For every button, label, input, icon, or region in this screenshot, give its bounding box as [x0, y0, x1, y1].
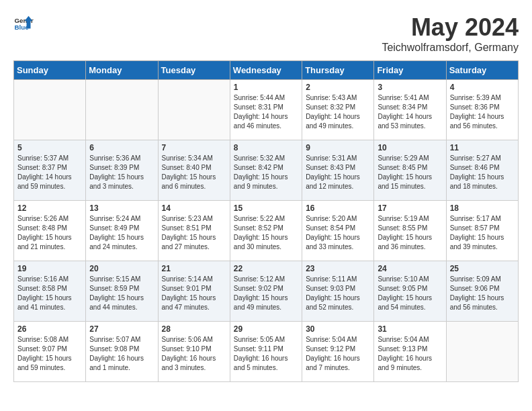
day-number: 6: [89, 143, 154, 152]
calendar-cell: 24Sunrise: 5:10 AMSunset: 9:05 PMDayligh…: [374, 261, 446, 322]
calendar-cell: [86, 80, 158, 140]
calendar-cell: 18Sunrise: 5:17 AMSunset: 8:57 PMDayligh…: [446, 201, 518, 261]
day-info: Sunrise: 5:32 AMSunset: 8:42 PMDaylight:…: [234, 154, 298, 191]
day-number: 9: [306, 143, 370, 152]
day-info: Sunrise: 5:11 AMSunset: 9:03 PMDaylight:…: [306, 275, 370, 312]
calendar-cell: 23Sunrise: 5:11 AMSunset: 9:03 PMDayligh…: [302, 261, 374, 322]
day-info: Sunrise: 5:36 AMSunset: 8:39 PMDaylight:…: [89, 154, 154, 191]
day-number: 7: [162, 143, 226, 152]
day-number: 12: [17, 203, 82, 213]
day-number: 13: [89, 203, 154, 213]
title-block: May 2024 Teichwolframsdorf, Germany: [382, 13, 519, 54]
day-info: Sunrise: 5:19 AMSunset: 8:55 PMDaylight:…: [378, 214, 442, 252]
day-number: 19: [17, 264, 82, 273]
calendar-cell: 31Sunrise: 5:04 AMSunset: 9:13 PMDayligh…: [374, 322, 446, 382]
day-number: 5: [17, 143, 82, 152]
day-number: 4: [450, 83, 515, 92]
calendar-cell: 3Sunrise: 5:41 AMSunset: 8:34 PMDaylight…: [374, 80, 446, 140]
day-info: Sunrise: 5:41 AMSunset: 8:34 PMDaylight:…: [378, 93, 442, 131]
day-number: 17: [378, 203, 442, 213]
day-info: Sunrise: 5:12 AMSunset: 9:02 PMDaylight:…: [234, 275, 298, 312]
month-year-title: May 2024: [382, 13, 519, 42]
day-number: 8: [234, 143, 298, 152]
day-number: 1: [234, 83, 298, 92]
calendar-cell: 10Sunrise: 5:29 AMSunset: 8:45 PMDayligh…: [374, 140, 446, 201]
calendar-cell: 27Sunrise: 5:07 AMSunset: 9:08 PMDayligh…: [86, 322, 158, 382]
day-info: Sunrise: 5:39 AMSunset: 8:36 PMDaylight:…: [450, 93, 515, 131]
day-info: Sunrise: 5:44 AMSunset: 8:31 PMDaylight:…: [234, 93, 298, 131]
day-info: Sunrise: 5:04 AMSunset: 9:13 PMDaylight:…: [378, 335, 442, 373]
weekday-header-friday: Friday: [374, 61, 446, 80]
day-info: Sunrise: 5:31 AMSunset: 8:43 PMDaylight:…: [306, 154, 370, 191]
calendar-cell: 9Sunrise: 5:31 AMSunset: 8:43 PMDaylight…: [302, 140, 374, 201]
weekday-header-thursday: Thursday: [302, 61, 374, 80]
calendar-cell: 21Sunrise: 5:14 AMSunset: 9:01 PMDayligh…: [158, 261, 230, 322]
calendar-week-row: 19Sunrise: 5:16 AMSunset: 8:58 PMDayligh…: [14, 261, 519, 322]
day-info: Sunrise: 5:43 AMSunset: 8:32 PMDaylight:…: [306, 93, 370, 131]
day-info: Sunrise: 5:05 AMSunset: 9:11 PMDaylight:…: [234, 335, 298, 373]
day-info: Sunrise: 5:15 AMSunset: 8:59 PMDaylight:…: [89, 275, 154, 312]
day-number: 14: [162, 203, 226, 213]
day-number: 23: [306, 264, 370, 273]
calendar-cell: [14, 80, 86, 140]
page-header: General Blue May 2024 Teichwolframsdorf,…: [13, 13, 519, 54]
day-info: Sunrise: 5:24 AMSunset: 8:49 PMDaylight:…: [89, 214, 154, 252]
calendar-cell: 12Sunrise: 5:26 AMSunset: 8:48 PMDayligh…: [14, 201, 86, 261]
calendar-cell: 26Sunrise: 5:08 AMSunset: 9:07 PMDayligh…: [14, 322, 86, 382]
calendar-cell: 5Sunrise: 5:37 AMSunset: 8:37 PMDaylight…: [14, 140, 86, 201]
location-subtitle: Teichwolframsdorf, Germany: [382, 42, 519, 54]
calendar-cell: 14Sunrise: 5:23 AMSunset: 8:51 PMDayligh…: [158, 201, 230, 261]
day-number: 26: [17, 324, 82, 334]
day-number: 31: [378, 324, 442, 334]
day-info: Sunrise: 5:20 AMSunset: 8:54 PMDaylight:…: [306, 214, 370, 252]
calendar-table: SundayMondayTuesdayWednesdayThursdayFrid…: [13, 60, 519, 382]
day-number: 22: [234, 264, 298, 273]
calendar-cell: 15Sunrise: 5:22 AMSunset: 8:52 PMDayligh…: [230, 201, 302, 261]
day-number: 3: [378, 83, 442, 92]
calendar-cell: 19Sunrise: 5:16 AMSunset: 8:58 PMDayligh…: [14, 261, 86, 322]
calendar-cell: 22Sunrise: 5:12 AMSunset: 9:02 PMDayligh…: [230, 261, 302, 322]
calendar-week-row: 1Sunrise: 5:44 AMSunset: 8:31 PMDaylight…: [14, 80, 519, 140]
calendar-cell: 16Sunrise: 5:20 AMSunset: 8:54 PMDayligh…: [302, 201, 374, 261]
day-info: Sunrise: 5:09 AMSunset: 9:06 PMDaylight:…: [450, 275, 515, 312]
day-info: Sunrise: 5:23 AMSunset: 8:51 PMDaylight:…: [162, 214, 226, 252]
calendar-cell: 7Sunrise: 5:34 AMSunset: 8:40 PMDaylight…: [158, 140, 230, 201]
calendar-cell: 6Sunrise: 5:36 AMSunset: 8:39 PMDaylight…: [86, 140, 158, 201]
day-info: Sunrise: 5:08 AMSunset: 9:07 PMDaylight:…: [17, 335, 82, 373]
day-info: Sunrise: 5:04 AMSunset: 9:12 PMDaylight:…: [306, 335, 370, 373]
day-number: 15: [234, 203, 298, 213]
calendar-cell: 2Sunrise: 5:43 AMSunset: 8:32 PMDaylight…: [302, 80, 374, 140]
day-info: Sunrise: 5:29 AMSunset: 8:45 PMDaylight:…: [378, 154, 442, 191]
day-info: Sunrise: 5:14 AMSunset: 9:01 PMDaylight:…: [162, 275, 226, 312]
weekday-header-saturday: Saturday: [446, 61, 518, 80]
calendar-cell: 4Sunrise: 5:39 AMSunset: 8:36 PMDaylight…: [446, 80, 518, 140]
calendar-cell: [446, 322, 518, 382]
day-number: 29: [234, 324, 298, 334]
day-info: Sunrise: 5:06 AMSunset: 9:10 PMDaylight:…: [162, 335, 226, 373]
day-info: Sunrise: 5:27 AMSunset: 8:46 PMDaylight:…: [450, 154, 515, 191]
weekday-header-sunday: Sunday: [14, 61, 86, 80]
day-number: 30: [306, 324, 370, 334]
day-number: 18: [450, 203, 515, 213]
calendar-cell: 20Sunrise: 5:15 AMSunset: 8:59 PMDayligh…: [86, 261, 158, 322]
day-number: 28: [162, 324, 226, 334]
day-number: 21: [162, 264, 226, 273]
day-info: Sunrise: 5:22 AMSunset: 8:52 PMDaylight:…: [234, 214, 298, 252]
calendar-cell: 29Sunrise: 5:05 AMSunset: 9:11 PMDayligh…: [230, 322, 302, 382]
logo: General Blue: [13, 13, 34, 34]
day-info: Sunrise: 5:07 AMSunset: 9:08 PMDaylight:…: [89, 335, 154, 373]
weekday-header-wednesday: Wednesday: [230, 61, 302, 80]
day-number: 10: [378, 143, 442, 152]
calendar-cell: 1Sunrise: 5:44 AMSunset: 8:31 PMDaylight…: [230, 80, 302, 140]
weekday-header-monday: Monday: [86, 61, 158, 80]
calendar-cell: 13Sunrise: 5:24 AMSunset: 8:49 PMDayligh…: [86, 201, 158, 261]
calendar-cell: 30Sunrise: 5:04 AMSunset: 9:12 PMDayligh…: [302, 322, 374, 382]
calendar-week-row: 5Sunrise: 5:37 AMSunset: 8:37 PMDaylight…: [14, 140, 519, 201]
day-number: 16: [306, 203, 370, 213]
calendar-week-row: 26Sunrise: 5:08 AMSunset: 9:07 PMDayligh…: [14, 322, 519, 382]
calendar-cell: 17Sunrise: 5:19 AMSunset: 8:55 PMDayligh…: [374, 201, 446, 261]
day-info: Sunrise: 5:37 AMSunset: 8:37 PMDaylight:…: [17, 154, 82, 191]
calendar-week-row: 12Sunrise: 5:26 AMSunset: 8:48 PMDayligh…: [14, 201, 519, 261]
calendar-cell: 25Sunrise: 5:09 AMSunset: 9:06 PMDayligh…: [446, 261, 518, 322]
calendar-cell: [158, 80, 230, 140]
